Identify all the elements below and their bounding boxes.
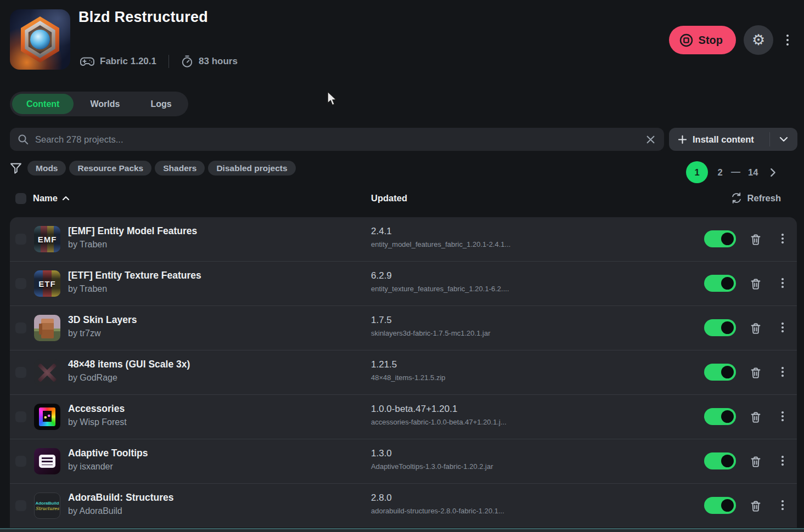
search-icon: [18, 134, 29, 145]
mod-author[interactable]: by Traben: [68, 240, 197, 250]
trash-icon[interactable]: [749, 499, 762, 513]
mod-name[interactable]: [EMF] Entity Model Features: [68, 225, 197, 237]
playtime-label: 83 hours: [199, 56, 238, 67]
page-14-button[interactable]: 14: [745, 167, 761, 178]
trash-icon[interactable]: [749, 321, 762, 336]
tab-logs[interactable]: Logs: [136, 94, 185, 114]
row-checkbox[interactable]: [15, 500, 26, 511]
install-content-main[interactable]: Install content: [669, 134, 769, 145]
refresh-button[interactable]: Refresh: [727, 191, 784, 205]
header-actions: Stop ⚙: [669, 25, 794, 55]
filter-funnel-icon[interactable]: [10, 162, 22, 177]
mod-name[interactable]: 48×48 items (GUI Scale 3x): [68, 359, 190, 370]
tab-worlds[interactable]: Worlds: [76, 94, 134, 114]
row-menu-kebab-icon[interactable]: [777, 320, 788, 335]
instance-content-page: Blzd Restructured Fabric 1.20.1 83 hours: [0, 0, 804, 532]
mod-icon-adaptive-tooltips: [34, 448, 60, 474]
mod-author[interactable]: by isxander: [68, 462, 148, 472]
next-row-partial: [0, 528, 804, 532]
table-row[interactable]: 48×48 items (GUI Scale 3x) by GodRage 1.…: [10, 350, 797, 394]
row-menu-kebab-icon[interactable]: [777, 498, 788, 512]
enable-toggle[interactable]: [704, 364, 736, 381]
mod-name[interactable]: Adaptive Tooltips: [68, 448, 148, 459]
trash-icon[interactable]: [749, 277, 762, 291]
mod-name[interactable]: AdoraBuild: Structures: [68, 492, 174, 503]
row-menu-kebab-icon[interactable]: [777, 276, 788, 290]
row-menu-kebab-icon[interactable]: [777, 454, 788, 468]
filter-chip-disabled-projects[interactable]: Disabled projects: [208, 161, 295, 176]
mod-updated-block: 1.21.5 48×48_items-1.21.5.zip: [371, 359, 446, 382]
enable-toggle[interactable]: [704, 275, 736, 292]
trash-icon[interactable]: [749, 410, 762, 425]
filter-chip-resource-packs[interactable]: Resource Packs: [69, 161, 151, 176]
row-menu-kebab-icon[interactable]: [777, 231, 788, 246]
enable-toggle[interactable]: [704, 319, 736, 336]
mod-updated-block: 2.4.1 entity_model_features_fabric_1.20.…: [371, 226, 510, 248]
stop-button[interactable]: Stop: [669, 26, 736, 54]
row-checkbox[interactable]: [15, 278, 26, 289]
trash-icon[interactable]: [749, 366, 762, 380]
enable-toggle[interactable]: [704, 408, 736, 425]
settings-button[interactable]: ⚙: [744, 25, 773, 55]
page-2-button[interactable]: 2: [713, 167, 727, 178]
enable-toggle[interactable]: [704, 497, 736, 514]
filter-chip-mods[interactable]: Mods: [27, 161, 66, 176]
row-checkbox[interactable]: [15, 234, 26, 245]
toggle-knob: [721, 233, 734, 245]
mod-author[interactable]: by AdoraBuild: [68, 506, 174, 516]
mod-icon-etf: ETF: [34, 270, 60, 297]
row-menu-kebab-icon[interactable]: [777, 409, 788, 423]
row-menu-kebab-icon[interactable]: [777, 365, 788, 379]
table-row[interactable]: Adaptive Tooltips by isxander 1.3.0 Adap…: [10, 439, 797, 483]
mod-author[interactable]: by tr7zw: [68, 329, 137, 338]
next-page-chevron-icon[interactable]: [768, 166, 778, 179]
column-header-name[interactable]: Name: [33, 193, 70, 203]
filter-chips: Mods Resource Packs Shaders Disabled pro…: [27, 161, 296, 176]
row-checkbox[interactable]: [15, 411, 26, 422]
trash-icon[interactable]: [749, 233, 762, 247]
project-table: EMF [EMF] Entity Model Features by Trabe…: [10, 217, 797, 528]
install-dropdown-button[interactable]: [769, 132, 797, 146]
mod-author[interactable]: by GodRage: [68, 373, 190, 383]
mod-name[interactable]: 3D Skin Layers: [68, 314, 137, 326]
refresh-icon: [730, 192, 743, 204]
trash-icon[interactable]: [749, 455, 762, 469]
name-column-label: Name: [33, 193, 58, 203]
tab-content[interactable]: Content: [12, 94, 74, 114]
mod-name[interactable]: Accessories: [68, 403, 127, 415]
mod-icon-adorabuild: AdoraBuild Structures: [34, 493, 60, 519]
mod-name-block: 48×48 items (GUI Scale 3x) by GodRage: [68, 359, 190, 383]
row-checkbox[interactable]: [15, 367, 26, 378]
filter-chip-shaders[interactable]: Shaders: [155, 161, 205, 176]
enable-toggle[interactable]: [704, 230, 736, 247]
page-title: Blzd Restructured: [78, 9, 208, 26]
mod-name[interactable]: [ETF] Entity Texture Features: [68, 270, 201, 281]
clear-search-icon[interactable]: [645, 134, 656, 145]
mod-icon-emf: EMF: [34, 226, 60, 252]
table-row[interactable]: 3D Skin Layers by tr7zw 1.7.5 skinlayers…: [10, 305, 797, 350]
toggle-knob: [721, 321, 734, 334]
select-all-checkbox[interactable]: [15, 193, 26, 204]
install-content-button[interactable]: Install content: [669, 128, 797, 151]
table-row[interactable]: EMF [EMF] Entity Model Features by Trabe…: [10, 217, 797, 261]
column-header-updated[interactable]: Updated: [371, 193, 407, 203]
mod-updated-block: 2.8.0 adorabuild-structures-2.8.0-fabric…: [371, 493, 504, 515]
row-checkbox[interactable]: [15, 456, 26, 467]
mod-author[interactable]: by Traben: [68, 284, 201, 294]
search-input[interactable]: [34, 134, 639, 145]
table-row[interactable]: Accessories by Wisp Forest 1.0.0-beta.47…: [10, 394, 797, 439]
mouse-cursor: [326, 91, 338, 110]
table-row[interactable]: ETF [ETF] Entity Texture Features by Tra…: [10, 261, 797, 305]
mod-author[interactable]: by Wisp Forest: [68, 417, 127, 427]
mod-version: 2.8.0: [371, 493, 504, 503]
toggle-knob: [721, 455, 734, 467]
instance-menu-kebab-icon[interactable]: [781, 30, 794, 50]
page-1-button[interactable]: 1: [686, 161, 708, 183]
table-row[interactable]: AdoraBuild Structures AdoraBuild: Struct…: [10, 483, 797, 528]
search-bar[interactable]: [10, 128, 664, 151]
mod-filename: accessories-fabric-1.0.0-beta.47+1.20.1.…: [371, 418, 507, 426]
row-checkbox[interactable]: [15, 322, 26, 333]
meta-divider: [168, 55, 169, 68]
stop-icon: [679, 33, 694, 48]
enable-toggle[interactable]: [704, 452, 736, 469]
